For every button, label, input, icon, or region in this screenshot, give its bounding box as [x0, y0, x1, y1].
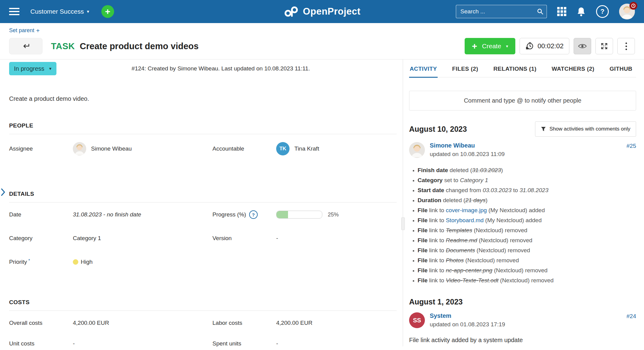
create-button[interactable]: + Create ▾: [465, 38, 516, 54]
attr-value-accountable[interactable]: TK Tina Kraft: [276, 142, 397, 155]
change-item: File link to Storyboard.md (My Nextcloud…: [418, 215, 636, 225]
attr-value-progress[interactable]: 25%: [276, 210, 397, 219]
collapse-sidebar-chevron-icon[interactable]: [1, 188, 5, 196]
tab-github[interactable]: GITHUB: [609, 66, 633, 77]
create-button-label: Create: [482, 42, 501, 50]
section-title-details: DETAILS: [9, 191, 397, 197]
change-text: ): [486, 197, 487, 203]
global-add-button[interactable]: +: [101, 5, 114, 18]
change-text: link to: [428, 247, 446, 253]
watch-button[interactable]: [574, 38, 591, 54]
attr-value-spent-units: -: [276, 339, 397, 348]
user-avatar[interactable]: [619, 4, 635, 19]
attr-label-assignee: Assignee: [9, 144, 73, 153]
change-text: set to: [442, 177, 460, 183]
progress-bar-fill: [276, 211, 288, 218]
attr-value-category[interactable]: Category 1: [73, 234, 212, 243]
change-text: (Nextcloud) removed: [499, 277, 554, 284]
activity-number-link[interactable]: #25: [626, 143, 636, 149]
tab-files[interactable]: FILES (2): [452, 66, 479, 77]
priority-dot-icon: [73, 259, 78, 265]
activity-date-heading: August 1, 2023: [409, 297, 636, 306]
eye-icon: [578, 43, 587, 49]
attr-label-category: Category: [9, 234, 73, 243]
avatar: [73, 142, 86, 155]
file-link[interactable]: Storyboard.md: [446, 217, 484, 223]
activity-author-link[interactable]: Simone Wibeau: [430, 142, 505, 149]
change-text: Templates: [446, 227, 472, 233]
work-package-toolbar: TASK Create product demo videos + Create…: [0, 34, 644, 59]
attr-value-assignee[interactable]: Simone Wibeau: [73, 142, 212, 155]
project-selector-label: Customer Success: [30, 8, 84, 15]
progress-percent-label: 25%: [328, 212, 339, 218]
pane-resize-handle[interactable]: [401, 217, 405, 230]
tab-relations[interactable]: RELATIONS (1): [493, 66, 537, 77]
priority-name: High: [81, 259, 93, 265]
set-parent-link[interactable]: Set parent +: [0, 23, 40, 34]
change-item: File link to cover-image.jpg (My Nextclo…: [418, 205, 636, 215]
activity-author-link[interactable]: System: [430, 312, 505, 319]
tab-watchers[interactable]: WATCHERS (2): [551, 66, 595, 77]
timer-badge-icon: [629, 2, 637, 10]
change-text: File: [418, 217, 428, 223]
change-item: File link to Readme.md (Nextcloud) remov…: [418, 235, 636, 245]
description-field[interactable]: Create a product demo video.: [9, 95, 397, 102]
activity-number-link[interactable]: #24: [626, 313, 636, 320]
work-package-title[interactable]: Create product demo videos: [80, 41, 199, 51]
timer-value: 00:02:02: [537, 42, 564, 50]
system-note: File link activity added by a system upd…: [409, 337, 636, 344]
change-item: Duration deleted (21 days): [418, 195, 636, 205]
change-text: Documents: [446, 247, 475, 253]
avatar: TK: [276, 142, 290, 155]
attr-label-date: Date: [9, 210, 73, 219]
stopwatch-icon: [525, 42, 534, 50]
change-text: File: [418, 267, 428, 274]
apps-grid-icon[interactable]: [557, 7, 566, 16]
change-text: link to: [428, 207, 446, 213]
progress-bar[interactable]: [276, 211, 322, 219]
search-input[interactable]: [456, 5, 547, 18]
help-circle-icon[interactable]: ?: [249, 210, 258, 219]
pane-divider: [403, 59, 403, 346]
assignee-name: Simone Wibeau: [91, 145, 132, 152]
change-item: File link to Video-Texte-Test.odt (Nextc…: [418, 275, 636, 285]
change-text: (Nextcloud) removed: [492, 267, 547, 274]
openproject-logo[interactable]: OpenProject: [283, 6, 361, 17]
attr-value-version[interactable]: -: [276, 234, 397, 243]
attr-value-date[interactable]: 31.08.2023 - no finish date: [73, 210, 212, 219]
change-text: Start date: [418, 187, 444, 193]
tab-activity[interactable]: ACTIVITY: [409, 66, 438, 78]
change-text: link to: [428, 217, 446, 223]
help-icon[interactable]: ?: [596, 5, 609, 18]
attr-value-priority[interactable]: High: [73, 258, 212, 266]
avatar: SS: [409, 312, 425, 328]
change-text: 31.08.2023: [520, 187, 548, 193]
back-button[interactable]: [9, 38, 42, 54]
filter-activities-button[interactable]: Show activities with comments only: [535, 121, 636, 137]
change-text: (My Nextcloud) added: [484, 217, 542, 223]
change-text: 31.03.2023: [472, 167, 501, 173]
comment-input[interactable]: Comment and type @ to notify other peopl…: [409, 91, 636, 110]
notifications-bell-icon[interactable]: [577, 7, 586, 16]
change-text: link to: [428, 257, 446, 263]
change-item: File link to Photos (Nextcloud) removed: [418, 255, 636, 265]
activity-date-heading: August 10, 2023: [409, 125, 467, 134]
file-link[interactable]: cover-image.jpg: [446, 207, 487, 213]
attr-label-spent-units: Spent units: [212, 339, 276, 348]
change-text: Photos: [446, 257, 464, 263]
activity-entry: Simone Wibeau updated on 10.08.2023 11:0…: [409, 142, 636, 158]
change-text: Readme.md: [446, 237, 477, 243]
attr-label-overall-costs: Overall costs: [9, 319, 73, 327]
divider: [9, 202, 397, 202]
openproject-app: Customer Success ▾ + OpenProject: [0, 0, 644, 350]
status-dropdown[interactable]: In progress ▾: [9, 62, 56, 75]
change-text: File: [418, 247, 428, 253]
timer-button[interactable]: 00:02:02: [520, 38, 569, 54]
fullscreen-button[interactable]: [595, 38, 613, 54]
more-menu-button[interactable]: [617, 38, 635, 54]
project-selector[interactable]: Customer Success ▾: [30, 8, 89, 15]
hamburger-menu-icon[interactable]: [9, 8, 19, 15]
attr-label-priority: Priority *: [9, 258, 73, 266]
change-text: (Nextcloud) removed: [475, 247, 530, 253]
accountable-name: Tina Kraft: [294, 145, 319, 152]
